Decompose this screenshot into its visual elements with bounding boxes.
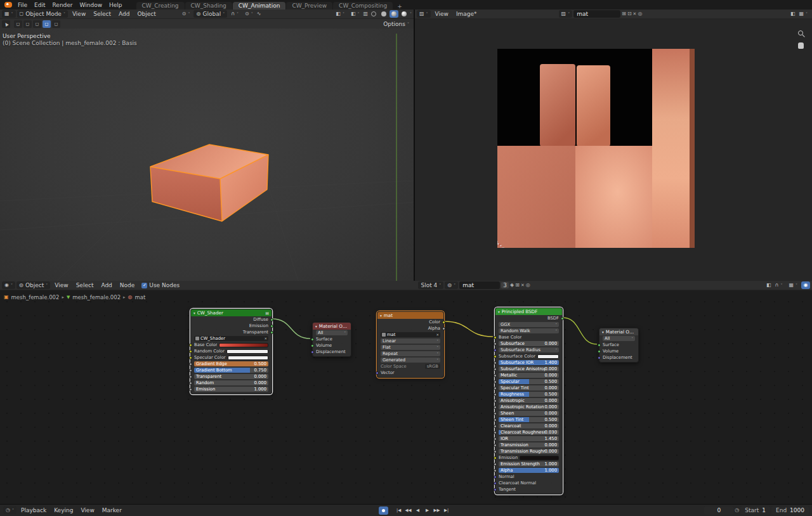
color-swatch[interactable] xyxy=(226,349,268,354)
slider-transparent[interactable]: Transparent0.000 xyxy=(191,373,272,380)
xray-toggle[interactable] xyxy=(363,11,368,16)
blender-logo-icon[interactable] xyxy=(4,2,12,8)
new-material-button[interactable] xyxy=(515,283,520,288)
color-socket[interactable] xyxy=(442,321,445,324)
breadcrumb-material[interactable]: mat xyxy=(135,294,146,300)
pin-icon[interactable] xyxy=(638,11,642,16)
image-name-field[interactable]: mat xyxy=(573,10,620,18)
slider-sheen[interactable]: Sheen0.000 xyxy=(495,410,562,416)
value-socket[interactable] xyxy=(189,363,192,366)
add-workspace-button[interactable]: + xyxy=(393,3,406,10)
slider-alpha[interactable]: Alpha1.000 xyxy=(495,467,562,474)
show-gizmo-button[interactable]: ˅ xyxy=(333,10,347,18)
shader-socket[interactable] xyxy=(561,317,564,320)
shader-socket[interactable] xyxy=(598,350,601,353)
slider-anisotropic-rotation[interactable]: Anisotropic Rotation0.000 xyxy=(495,404,562,410)
vector-socket[interactable] xyxy=(376,371,379,375)
vector-socket[interactable] xyxy=(494,482,497,485)
datablock-mat[interactable]: mat✕ xyxy=(377,332,443,338)
tab-cw-animation[interactable]: CW_Animation xyxy=(233,2,286,10)
color-field-base-color[interactable]: Base Color xyxy=(191,342,272,348)
menu-node[interactable]: Node xyxy=(117,282,138,288)
browse-image-button[interactable]: ˅ xyxy=(559,10,573,18)
shader-socket[interactable] xyxy=(598,344,601,347)
shader-socket[interactable] xyxy=(270,331,273,334)
shader-socket[interactable] xyxy=(270,325,273,328)
value-socket[interactable] xyxy=(494,412,497,415)
collapse-node-icon[interactable]: ▾ xyxy=(498,310,500,314)
value-socket[interactable] xyxy=(494,387,497,390)
tab-cw-preview[interactable]: CW_Preview xyxy=(286,2,332,10)
pivot-point-button[interactable]: ˅ xyxy=(180,10,193,18)
value-socket[interactable] xyxy=(494,463,497,466)
slider-transmission-roughness[interactable]: Transmission Roughness0.000 xyxy=(495,448,562,455)
color-swatch[interactable] xyxy=(228,356,268,360)
value-socket[interactable] xyxy=(494,342,497,345)
shading-solid-button[interactable] xyxy=(379,10,388,18)
menu-select[interactable]: Select xyxy=(90,11,114,17)
menu-object[interactable]: Object xyxy=(134,11,159,17)
menu-window[interactable]: Window xyxy=(77,2,106,8)
dropdown-linear[interactable]: Linear˅ xyxy=(377,338,443,344)
proportional-edit-button[interactable]: ˅ xyxy=(242,10,256,18)
collapse-node-icon[interactable]: ▾ xyxy=(602,330,604,334)
jump-to-start-button[interactable]: |◀ xyxy=(395,506,403,515)
auto-keyframe-toggle[interactable] xyxy=(379,506,388,515)
mesh-object[interactable] xyxy=(150,145,268,221)
dropdown-all[interactable]: All˅ xyxy=(599,335,638,342)
overlays-dropdown[interactable]: ˅ xyxy=(786,281,800,289)
editor-type-button[interactable]: ˅ xyxy=(2,281,15,289)
play-reverse-button[interactable]: ◀ xyxy=(414,506,422,515)
menu-view[interactable]: View xyxy=(69,11,89,17)
value-socket[interactable] xyxy=(494,437,497,441)
preview-toggle[interactable] xyxy=(801,281,810,289)
unlink-material-button[interactable]: ✕ xyxy=(521,283,525,288)
value-socket[interactable] xyxy=(494,431,497,434)
color-swatch[interactable] xyxy=(520,456,559,460)
material-slot-select[interactable]: Slot 4˅ xyxy=(418,281,443,289)
slider-subsurface-anisotropy[interactable]: Subsurface Anisotropy0.000 xyxy=(495,366,562,372)
value-socket[interactable] xyxy=(494,374,497,377)
current-frame-field[interactable]: 0 xyxy=(704,506,733,515)
material-users-count[interactable]: 3 xyxy=(501,282,509,288)
node-material-output-2[interactable]: ▾Material OutputAll˅SurfaceVolumeDisplac… xyxy=(599,328,639,363)
color-socket[interactable] xyxy=(494,336,497,339)
value-socket[interactable] xyxy=(494,361,497,364)
tab-cw-creating[interactable]: CW_Creating xyxy=(136,2,185,10)
editor-type-button[interactable]: ˅ xyxy=(417,10,431,18)
node-canvas[interactable]: ▾CW_Shader▤DiffuseEmissionTransparentCW_… xyxy=(0,281,812,504)
slider-subsurface[interactable]: Subsurface0.000 xyxy=(495,340,562,347)
shading-wireframe-button[interactable] xyxy=(369,10,378,18)
unlink-icon[interactable]: ✕ xyxy=(436,333,439,337)
node-principled-bsdf[interactable]: ▾Principled BSDFBSDFGGX˅Random Walk˅Base… xyxy=(495,307,563,494)
menu-keying[interactable]: Keying xyxy=(51,507,76,513)
material-name-field[interactable]: mat xyxy=(459,281,500,289)
select-mode-extra-button[interactable] xyxy=(52,20,60,28)
shader-socket[interactable] xyxy=(311,344,314,347)
menu-add[interactable]: Add xyxy=(98,282,115,288)
menu-render[interactable]: Render xyxy=(49,2,76,8)
menu-edit[interactable]: Edit xyxy=(31,2,48,8)
datablock-cw-shader[interactable]: CW_Shader✕ xyxy=(191,335,272,342)
transform-orientation-select[interactable]: Global˅ xyxy=(193,10,227,18)
menu-marker[interactable]: Marker xyxy=(99,507,125,513)
value-socket[interactable] xyxy=(494,368,497,371)
snap-toggle[interactable]: ˅ xyxy=(228,10,241,18)
tab-cw-shading[interactable]: CW_Shading xyxy=(185,2,232,10)
viewport-canvas[interactable]: User Perspective (0) Scene Collection | … xyxy=(0,29,414,281)
color-swatch[interactable] xyxy=(537,354,559,359)
tab-cw-compositing[interactable]: CW_Compositing xyxy=(333,2,393,10)
editor-type-button[interactable]: ˅ xyxy=(3,506,16,514)
next-keyframe-button[interactable]: ▶▶ xyxy=(433,506,442,515)
slider-sheen-tint[interactable]: Sheen Tint0.500 xyxy=(495,416,562,423)
vector-socket[interactable] xyxy=(598,356,601,359)
snapping-icon[interactable] xyxy=(766,283,771,288)
zoom-button[interactable] xyxy=(796,28,806,38)
slider-specular[interactable]: Specular0.500 xyxy=(495,378,562,385)
select-mode-circle-button[interactable] xyxy=(33,20,41,28)
value-socket[interactable] xyxy=(494,469,497,472)
slider-metallic[interactable]: Metallic0.000 xyxy=(495,372,562,378)
color-field-subsurface-color[interactable]: Subsurface Color xyxy=(495,353,562,359)
play-button[interactable]: ▶ xyxy=(423,506,432,515)
node-cw-shader-group[interactable]: ▾CW_Shader▤DiffuseEmissionTransparentCW_… xyxy=(190,309,272,394)
